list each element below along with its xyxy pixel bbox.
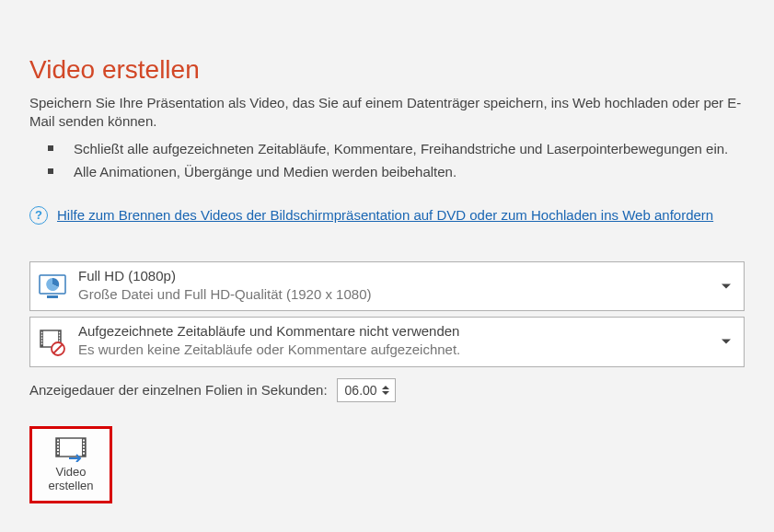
- create-video-label-1: Video: [55, 465, 86, 479]
- feature-bullets: Schließt alle aufgezeichneten Zeitabläuf…: [48, 137, 745, 184]
- spinner-up-icon[interactable]: [382, 386, 389, 389]
- svg-rect-21: [57, 443, 59, 445]
- svg-rect-1: [47, 295, 58, 298]
- timings-title: Aufgezeichnete Zeitabläufe und Kommentar…: [78, 323, 460, 340]
- svg-rect-23: [57, 449, 59, 451]
- svg-rect-9: [41, 343, 42, 345]
- quality-title: Full HD (1080p): [78, 268, 371, 284]
- filmstrip-no-icon: [38, 327, 67, 356]
- svg-rect-11: [59, 335, 60, 337]
- bullet-item: Schließt alle aufgezeichneten Zeitabläuf…: [48, 137, 745, 161]
- svg-rect-7: [41, 338, 42, 340]
- svg-rect-29: [83, 452, 85, 454]
- quality-description: Große Datei und Full HD-Qualität (1920 x…: [78, 284, 371, 306]
- create-video-button[interactable]: Video erstellen: [32, 429, 110, 501]
- duration-label: Anzeigedauer der einzelnen Folien in Sek…: [29, 382, 328, 398]
- svg-rect-13: [59, 341, 60, 342]
- svg-rect-5: [41, 332, 42, 334]
- svg-rect-22: [57, 445, 59, 447]
- timings-dropdown[interactable]: Aufgezeichnete Zeitabläufe und Kommentar…: [29, 317, 745, 367]
- help-link[interactable]: Hilfe zum Brennen des Videos der Bildsch…: [57, 207, 713, 223]
- svg-rect-12: [59, 338, 60, 340]
- svg-rect-17: [56, 438, 86, 457]
- svg-rect-27: [83, 445, 85, 447]
- chevron-down-icon: [722, 283, 731, 288]
- svg-rect-8: [41, 341, 42, 342]
- svg-rect-25: [83, 439, 85, 441]
- svg-rect-20: [57, 439, 59, 441]
- bullet-item: Alle Animationen, Übergänge und Medien w…: [48, 160, 745, 184]
- monitor-icon: [38, 272, 67, 301]
- spinner-down-icon[interactable]: [382, 391, 389, 395]
- intro-text: Speichern Sie Ihre Präsentation als Vide…: [29, 94, 745, 132]
- svg-rect-10: [59, 332, 60, 334]
- page-title: Video erstellen: [29, 55, 745, 85]
- create-video-label-2: erstellen: [48, 479, 93, 492]
- timings-description: Es wurden keine Zeitabläufe oder Komment…: [78, 340, 460, 361]
- create-video-highlight: Video erstellen: [29, 426, 112, 503]
- svg-rect-28: [83, 449, 85, 451]
- quality-dropdown[interactable]: Full HD (1080p) Große Datei und Full HD-…: [29, 261, 745, 312]
- help-icon: ?: [29, 206, 48, 225]
- svg-rect-24: [57, 452, 59, 454]
- duration-input[interactable]: [343, 382, 382, 399]
- filmstrip-arrow-icon: [54, 436, 87, 462]
- svg-rect-6: [41, 335, 42, 337]
- duration-spinner[interactable]: [337, 378, 396, 402]
- svg-rect-26: [83, 443, 85, 445]
- chevron-down-icon: [722, 340, 731, 344]
